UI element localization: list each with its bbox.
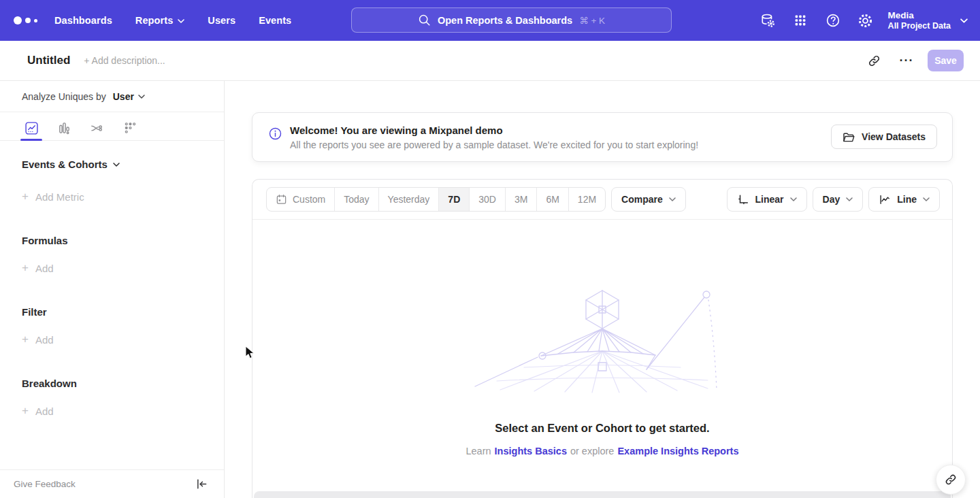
- scale-dropdown[interactable]: Linear: [727, 187, 807, 212]
- empty-state-illustration: [473, 288, 732, 393]
- empty-state: Select an Event or Cohort to get started…: [252, 220, 952, 456]
- empty-state-hint: Learn Insights Basics or explore Example…: [252, 446, 952, 456]
- tab-bar-chart[interactable]: [53, 118, 75, 138]
- date-range-6m[interactable]: 6M: [536, 188, 568, 211]
- data-management-icon[interactable]: [755, 7, 781, 33]
- plus-icon: +: [22, 261, 29, 275]
- date-range-today[interactable]: Today: [334, 188, 378, 211]
- add-breakdown-button[interactable]: + Add: [22, 404, 224, 418]
- more-menu-icon[interactable]: ···: [895, 49, 918, 72]
- add-formula-button[interactable]: + Add: [22, 261, 224, 275]
- view-datasets-button[interactable]: View Datasets: [831, 124, 937, 149]
- banner-body: All the reports you see are powered by a…: [290, 139, 698, 150]
- share-link-button[interactable]: [936, 465, 966, 495]
- search-icon: [418, 14, 431, 27]
- analyze-label: Analyze Uniques by: [22, 91, 106, 102]
- calendar-icon: [276, 194, 287, 205]
- save-button[interactable]: Save: [928, 50, 964, 71]
- search-shortcut: ⌘ + K: [579, 15, 605, 26]
- date-range-custom[interactable]: Custom: [267, 188, 334, 211]
- report-header: Untitled + Add description... ··· Save: [0, 41, 980, 81]
- date-range-7d[interactable]: 7D: [438, 188, 469, 211]
- main-content: Welcome! You are viewing a Mixpanel demo…: [225, 81, 980, 498]
- date-range-12m[interactable]: 12M: [568, 188, 605, 211]
- give-feedback-link[interactable]: Give Feedback: [14, 479, 76, 489]
- mixpanel-logo[interactable]: [14, 16, 45, 24]
- add-metric-button[interactable]: + Add Metric: [22, 190, 224, 203]
- nav-users[interactable]: Users: [208, 15, 235, 26]
- tab-line-chart[interactable]: [20, 118, 42, 138]
- banner-title: Welcome! You are viewing a Mixpanel demo: [290, 124, 698, 136]
- plus-icon: +: [22, 404, 29, 418]
- tab-retention[interactable]: [118, 118, 140, 138]
- apps-grid-icon[interactable]: [787, 7, 813, 33]
- date-range-yesterday[interactable]: Yesterday: [378, 188, 439, 211]
- results-table-edge: [254, 491, 951, 498]
- formulas-header: Formulas: [22, 235, 224, 246]
- chevron-down-icon: [669, 197, 676, 201]
- date-range-30d[interactable]: 30D: [469, 188, 505, 211]
- project-name: Media: [888, 10, 951, 21]
- events-cohorts-header[interactable]: Events & Cohorts: [22, 159, 224, 170]
- chevron-down-icon: [790, 197, 797, 201]
- filter-header: Filter: [22, 306, 224, 318]
- nav-dashboards[interactable]: Dashboards: [54, 15, 112, 26]
- chevron-down-icon: [923, 197, 930, 201]
- query-builder-sidebar: Analyze Uniques by User: [0, 81, 225, 498]
- report-card: Custom Today Yesterday 7D 30D 3M 6M 12M …: [252, 179, 953, 498]
- help-icon[interactable]: [820, 7, 846, 33]
- line-chart-icon: [879, 193, 891, 205]
- chevron-down-icon: [960, 18, 968, 23]
- copy-link-icon[interactable]: [862, 49, 885, 72]
- linear-axes-icon: [737, 193, 749, 205]
- welcome-banner: Welcome! You are viewing a Mixpanel demo…: [252, 112, 953, 162]
- analyze-by-dropdown[interactable]: User: [113, 91, 145, 102]
- nav-events[interactable]: Events: [259, 15, 291, 26]
- plus-icon: +: [22, 190, 29, 203]
- add-filter-button[interactable]: + Add: [22, 333, 224, 346]
- example-reports-link[interactable]: Example Insights Reports: [617, 446, 738, 456]
- compare-dropdown[interactable]: Compare: [611, 187, 686, 212]
- project-scope: All Project Data: [888, 21, 951, 31]
- collapse-sidebar-icon[interactable]: [196, 478, 208, 490]
- empty-state-title: Select an Event or Cohort to get started…: [252, 422, 952, 435]
- add-description-field[interactable]: + Add description...: [84, 55, 165, 66]
- nav-reports[interactable]: Reports: [135, 15, 185, 26]
- global-search-input[interactable]: Open Reports & Dashboards ⌘ + K: [351, 7, 672, 33]
- date-range-control: Custom Today Yesterday 7D 30D 3M 6M 12M: [266, 187, 606, 212]
- tab-flows[interactable]: [86, 118, 108, 138]
- chevron-down-icon: [846, 197, 853, 201]
- chart-toolbar: Custom Today Yesterday 7D 30D 3M 6M 12M …: [252, 180, 952, 220]
- info-icon: [269, 127, 282, 161]
- insights-basics-link[interactable]: Insights Basics: [495, 446, 567, 456]
- report-title[interactable]: Untitled: [27, 54, 70, 67]
- interval-dropdown[interactable]: Day: [813, 187, 864, 212]
- chart-type-dropdown[interactable]: Line: [868, 187, 940, 212]
- project-switcher[interactable]: Media All Project Data: [888, 10, 968, 31]
- date-range-3m[interactable]: 3M: [505, 188, 536, 211]
- folder-icon: [843, 131, 855, 143]
- plus-icon: +: [22, 333, 29, 346]
- top-nav: Dashboards Reports Users Events Open Rep…: [0, 0, 980, 41]
- chevron-down-icon: [178, 18, 184, 23]
- search-placeholder: Open Reports & Dashboards: [438, 15, 572, 26]
- settings-gear-icon[interactable]: [853, 7, 879, 33]
- breakdown-header: Breakdown: [22, 378, 224, 389]
